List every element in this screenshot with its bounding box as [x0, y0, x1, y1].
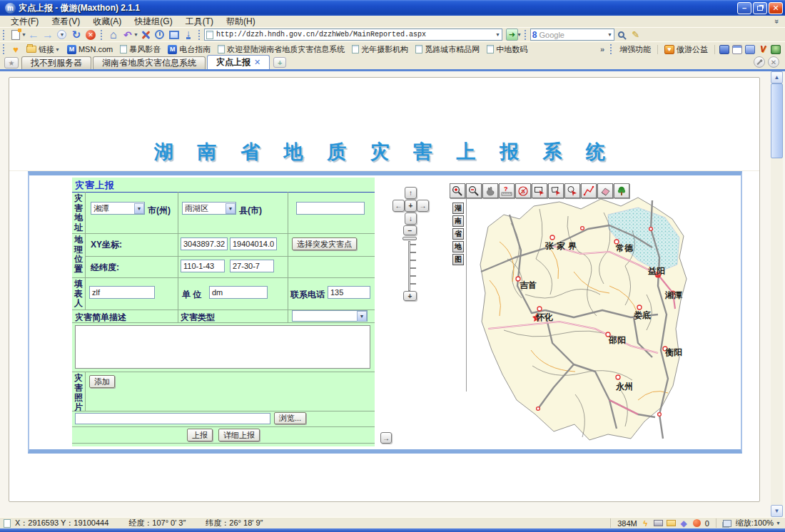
filler-name-input[interactable]: [89, 286, 155, 299]
address-dropdown[interactable]: ▼: [495, 32, 500, 37]
bookmark-milu[interactable]: 觅路城市精品网: [412, 44, 483, 55]
y-coordinate-input[interactable]: [230, 237, 277, 250]
avatar-icon[interactable]: [771, 45, 781, 54]
tab-list-button[interactable]: ★: [4, 57, 19, 68]
add-photo-button[interactable]: 添加: [89, 375, 115, 388]
scroll-thumb[interactable]: [771, 83, 783, 158]
toolbar-grip[interactable]: [3, 30, 6, 40]
plugin-icon[interactable]: ◆: [679, 519, 689, 528]
tab-server-not-found[interactable]: 找不到服务器: [21, 56, 91, 69]
boost-icon[interactable]: ϟ: [641, 519, 650, 528]
search-box[interactable]: 8 Google ▼: [530, 29, 614, 41]
refresh-button[interactable]: ↻: [69, 29, 83, 41]
panel-collapse-button[interactable]: →: [380, 432, 392, 444]
detail-submit-button[interactable]: 详细上报: [218, 429, 260, 441]
layer-tile-di[interactable]: 地: [452, 241, 464, 252]
bookmark-hunan-geo[interactable]: 欢迎登陆湖南省地质灾害信息系统: [214, 44, 348, 55]
address-detail-input[interactable]: [296, 202, 365, 215]
collapse-chevron-icon[interactable]: »: [773, 19, 781, 24]
new-page-button[interactable]: [9, 29, 23, 41]
links-folder[interactable]: 链接 ▼: [23, 44, 64, 55]
bookmark-radio[interactable]: M电台指南: [164, 44, 214, 55]
pan-up-button[interactable]: ↑: [405, 187, 417, 199]
longitude-input[interactable]: [181, 260, 225, 272]
latitude-input[interactable]: [230, 260, 274, 272]
submit-button[interactable]: 上报: [187, 429, 213, 441]
description-textarea[interactable]: [75, 325, 370, 369]
search-button[interactable]: [614, 29, 629, 41]
file-path-input[interactable]: [75, 413, 270, 424]
scroll-up-button[interactable]: ▲: [771, 71, 783, 83]
bookmark-msn[interactable]: MMSN.com: [64, 45, 116, 54]
browse-button[interactable]: 浏览...: [274, 412, 306, 424]
pan-tool[interactable]: [482, 183, 498, 198]
layer-tile-nan[interactable]: 南: [452, 215, 464, 227]
layer-tile-sheng[interactable]: 省: [452, 228, 464, 240]
zoom-dropdown-icon[interactable]: ▼: [776, 521, 781, 526]
rect-select-tool[interactable]: [532, 183, 547, 198]
menu-file[interactable]: 文件(F): [4, 16, 45, 28]
hunan-map[interactable]: 张家界 常德 益阳 吉首 湘潭 怀化 娄底 邵阳 衡阳 永州: [468, 188, 693, 449]
zoom-in-step-button[interactable]: +: [403, 291, 417, 301]
highlight-button[interactable]: ✎: [629, 29, 643, 41]
measure-tool[interactable]: ?: [499, 183, 515, 198]
phone-input[interactable]: [328, 286, 370, 299]
scroll-down-button[interactable]: ▼: [771, 505, 783, 517]
tab-close-all-button[interactable]: ✕: [768, 56, 779, 68]
ad-hunter-button[interactable]: [138, 29, 153, 41]
zoom-out-step-button[interactable]: −: [403, 225, 417, 235]
history-button[interactable]: [153, 29, 167, 41]
stop-button[interactable]: ✕: [83, 29, 98, 41]
address-url[interactable]: http://dzzh.hndh.gov.cn/dzzhWeb/MainRepo…: [216, 31, 497, 39]
pan-right-button[interactable]: →: [417, 200, 429, 212]
close-button[interactable]: ✕: [769, 2, 783, 14]
search-engine-name[interactable]: Google: [540, 31, 609, 39]
tab-close-icon[interactable]: ✕: [254, 58, 260, 67]
layer-tile-tu[interactable]: 图: [452, 254, 464, 265]
city-select[interactable]: 湘潭 ▼: [91, 202, 145, 215]
polygon-select-tool[interactable]: [548, 183, 564, 198]
enhance-menu[interactable]: 增强功能: [616, 44, 654, 55]
screen-capture-icon[interactable]: [719, 45, 729, 54]
pan-center-button[interactable]: +: [405, 200, 417, 212]
circle-select-tool[interactable]: [564, 183, 580, 198]
undo-dropdown[interactable]: ▼: [133, 32, 138, 37]
bookmark-photo[interactable]: 光年摄影机构: [348, 44, 412, 55]
new-tab-button[interactable]: +: [273, 57, 286, 68]
window-icon[interactable]: [732, 45, 742, 54]
v-plugin-icon[interactable]: V: [758, 45, 768, 54]
popup-blocker-button[interactable]: [692, 519, 702, 528]
bookmark-storm[interactable]: 暴风影音: [116, 44, 164, 55]
chevron-down-icon[interactable]: ▼: [226, 203, 236, 214]
bookmarks-overflow[interactable]: »: [597, 45, 607, 53]
tab-disaster-report[interactable]: 灾点上报 ✕: [207, 55, 270, 69]
go-dropdown[interactable]: ▼: [517, 32, 522, 37]
search-dropdown[interactable]: ▼: [607, 32, 612, 37]
folder-button[interactable]: [667, 519, 676, 528]
unit-input[interactable]: [209, 286, 268, 299]
page-scrollbar[interactable]: ▲ ▼: [771, 71, 783, 517]
new-page-dropdown[interactable]: ▼: [21, 32, 26, 37]
home-button[interactable]: ⌂: [106, 29, 121, 41]
history-dropdown-button[interactable]: ▼: [55, 29, 69, 41]
minimize-button[interactable]: –: [737, 2, 751, 14]
menu-tools[interactable]: 工具(T): [179, 16, 220, 28]
favorites-button[interactable]: ♥: [9, 43, 23, 56]
menu-help[interactable]: 帮助(H): [220, 16, 262, 28]
clear-selection-tool[interactable]: S: [515, 183, 531, 198]
full-extent-tool[interactable]: [614, 183, 629, 198]
undo-button[interactable]: ↶: [121, 29, 135, 41]
tab-hunan-geo-info[interactable]: 湖南省地质灾害信息系统: [93, 56, 206, 69]
x-coordinate-input[interactable]: [181, 237, 228, 250]
pick-disaster-point-button[interactable]: 选择突发灾害点: [292, 237, 357, 250]
external-tool-button[interactable]: [167, 29, 181, 41]
menu-groups[interactable]: 快捷组(G): [128, 16, 178, 28]
hunan-map-graphic[interactable]: [468, 188, 693, 449]
county-select[interactable]: 雨湖区 ▼: [182, 202, 236, 215]
address-bar[interactable]: http://dzzh.hndh.gov.cn/dzzhWeb/MainRepo…: [204, 29, 502, 41]
menu-favorites[interactable]: 收藏(A): [86, 16, 128, 28]
zoom-out-tool[interactable]: [466, 183, 482, 198]
download-button[interactable]: ↓: [181, 29, 196, 41]
zoom-level[interactable]: 缩放:100%: [736, 518, 774, 528]
restore-button[interactable]: [753, 2, 767, 14]
